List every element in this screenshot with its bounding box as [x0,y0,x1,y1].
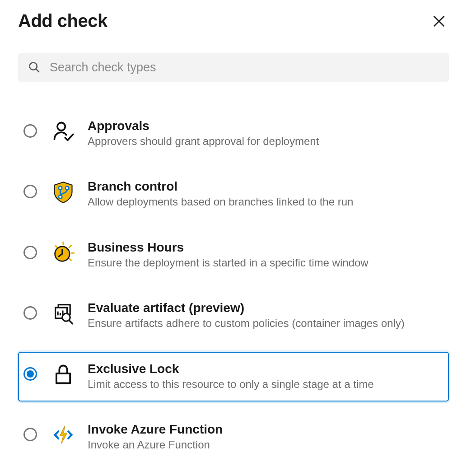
radio-business-hours[interactable] [23,246,37,259]
check-item-desc: Limit access to this resource to only a … [88,377,443,392]
check-type-list: Approvals Approvers should grant approva… [18,109,449,462]
svg-line-1 [36,69,39,72]
radio-approvals[interactable] [23,124,37,138]
radio-branch-control[interactable] [23,185,37,198]
check-item-title: Evaluate artifact (preview) [88,301,443,315]
svg-point-4 [59,195,62,199]
check-item-title: Exclusive Lock [88,362,443,376]
check-item-desc: Allow deployments based on branches link… [88,195,443,209]
search-box[interactable] [18,53,449,82]
check-item-desc: Invoke an Azure Function [88,438,443,452]
check-item-title: Invoke Azure Function [88,422,443,437]
check-item-exclusive-lock[interactable]: Exclusive Lock Limit access to this reso… [18,352,449,401]
check-item-desc: Ensure artifacts adhere to custom polici… [88,316,443,331]
check-item-evaluate-artifact[interactable]: Evaluate artifact (preview) Ensure artif… [18,291,449,341]
panel-header: Add check [18,11,449,31]
svg-point-0 [30,63,37,70]
svg-point-2 [57,123,65,131]
radio-invoke-azure-function[interactable] [23,428,37,441]
svg-line-18 [69,320,73,324]
check-item-desc: Approvers should grant approval for depl… [88,134,443,149]
branch-shield-icon [51,180,75,204]
check-item-title: Branch control [88,179,443,194]
close-icon [431,14,447,29]
check-item-invoke-azure-function[interactable]: Invoke Azure Function Invoke an Azure Fu… [18,412,449,462]
svg-line-10 [56,246,57,247]
search-icon [28,61,41,74]
svg-point-3 [59,187,62,190]
clock-sun-icon [51,241,75,265]
artifact-search-icon [51,302,75,325]
check-item-approvals[interactable]: Approvals Approvers should grant approva… [18,109,449,159]
check-item-desc: Ensure the deployment is started in a sp… [88,256,443,270]
svg-line-9 [69,258,71,260]
lock-icon [51,363,75,386]
svg-rect-19 [56,373,70,383]
check-item-title: Business Hours [88,240,443,255]
check-item-business-hours[interactable]: Business Hours Ensure the deployment is … [18,230,449,280]
check-item-title: Approvals [88,119,443,133]
check-item-branch-control[interactable]: Branch control Allow deployments based o… [18,169,449,219]
radio-evaluate-artifact[interactable] [23,306,37,320]
search-input[interactable] [49,60,439,75]
close-button[interactable] [429,11,449,31]
azure-function-icon [51,423,75,447]
svg-line-7 [69,246,71,247]
person-check-icon [51,120,75,143]
page-title: Add check [18,11,107,31]
svg-point-5 [65,187,69,190]
radio-exclusive-lock[interactable] [23,367,37,381]
